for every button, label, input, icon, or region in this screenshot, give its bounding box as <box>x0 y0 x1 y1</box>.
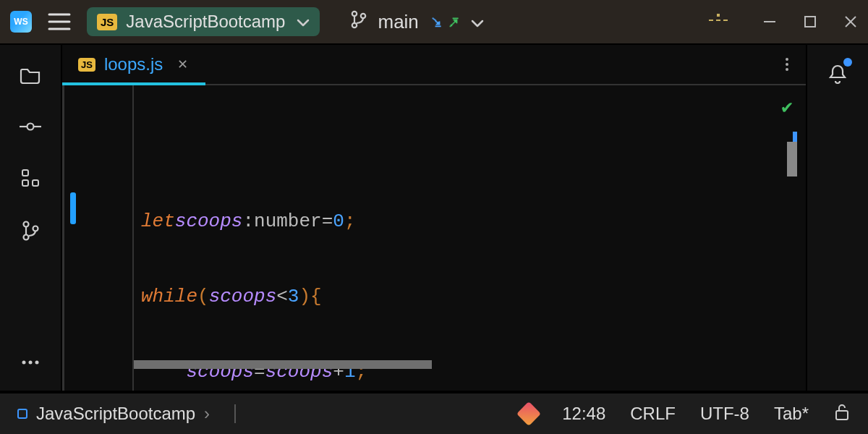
ai-assistant-icon[interactable] <box>516 401 541 426</box>
status-bar: JavaScriptBootcamp › 12:48 CRLF UTF-8 Ta… <box>0 392 868 434</box>
close-button[interactable] <box>843 15 858 28</box>
svg-point-21 <box>35 361 39 365</box>
js-badge-icon: JS <box>97 14 117 30</box>
svg-point-18 <box>33 226 38 231</box>
notification-badge <box>843 58 852 67</box>
cursor-position[interactable]: 12:48 <box>562 404 605 424</box>
line-separator[interactable]: CRLF <box>630 404 676 424</box>
code-line: while (scoops < 3) { <box>141 281 799 312</box>
svg-point-10 <box>27 124 34 130</box>
minimize-button[interactable] <box>762 15 777 28</box>
readonly-toggle-icon[interactable] <box>833 402 851 425</box>
svg-point-4 <box>352 22 357 27</box>
project-tool-icon[interactable] <box>20 64 41 85</box>
code-with-me-icon[interactable] <box>705 12 736 32</box>
svg-rect-7 <box>805 17 815 27</box>
line-highlight-indicator <box>70 192 76 224</box>
indent-settings[interactable]: Tab* <box>774 404 809 424</box>
titlebar: JS JavaScriptBootcamp main ⭸ ⭷ <box>0 0 868 43</box>
svg-point-17 <box>24 235 29 240</box>
chevron-down-icon[interactable] <box>471 11 484 33</box>
main-menu-button[interactable] <box>48 12 71 31</box>
commit-tool-icon[interactable] <box>20 116 41 137</box>
code-text-area[interactable]: ✔ let scoops :number= 0; while (scoops <… <box>134 85 806 391</box>
editor-tab-bar: JS loops.js ✕ <box>62 45 806 85</box>
code-viewport: ✔ let scoops :number= 0; while (scoops <… <box>62 85 806 391</box>
tab-options-button[interactable] <box>768 58 806 71</box>
editor-tab[interactable]: JS loops.js ✕ <box>62 45 204 84</box>
window-controls <box>705 12 858 32</box>
project-selector[interactable]: JS JavaScriptBootcamp <box>87 7 320 36</box>
svg-point-16 <box>24 222 29 227</box>
update-project-icon[interactable]: ⭸ ⭷ <box>429 14 461 30</box>
notifications-icon[interactable] <box>827 64 848 85</box>
svg-rect-13 <box>22 170 28 176</box>
svg-point-19 <box>22 361 26 365</box>
main-area: JS loops.js ✕ ✔ let scoops :number= 0; w… <box>0 43 868 392</box>
svg-rect-15 <box>33 180 38 186</box>
status-divider <box>234 404 236 423</box>
branch-icon <box>350 10 367 34</box>
scope-name: JavaScriptBootcamp <box>36 404 195 424</box>
editor-gutter[interactable] <box>64 85 134 391</box>
close-tab-icon[interactable]: ✕ <box>177 56 188 72</box>
structure-tool-icon[interactable] <box>20 168 41 190</box>
scope-selector[interactable]: JavaScriptBootcamp › <box>17 404 210 424</box>
module-icon <box>17 409 27 419</box>
code-line: let scoops :number= 0; <box>141 205 799 237</box>
more-tools-icon[interactable] <box>20 352 41 373</box>
tab-filename: loops.js <box>104 54 163 75</box>
breadcrumb-separator-icon: › <box>204 404 210 424</box>
scrollbar-markers[interactable] <box>784 132 797 190</box>
no-problems-icon[interactable]: ✔ <box>781 95 793 119</box>
svg-rect-14 <box>22 180 28 186</box>
svg-point-3 <box>352 11 357 15</box>
incoming-arrow-icon: ⭸ <box>429 14 443 30</box>
svg-point-5 <box>361 13 365 17</box>
vcs-tool-icon[interactable] <box>20 220 41 242</box>
js-file-icon: JS <box>78 58 95 72</box>
branch-name: main <box>378 11 418 33</box>
git-branch-widget[interactable]: main ⭸ ⭷ <box>350 10 483 34</box>
chevron-down-icon <box>297 12 310 32</box>
file-encoding[interactable]: UTF-8 <box>700 404 749 424</box>
outgoing-arrow-icon: ⭷ <box>446 14 461 30</box>
svg-rect-22 <box>836 411 848 420</box>
left-tool-strip <box>0 45 62 391</box>
maximize-button[interactable] <box>803 15 817 28</box>
project-name: JavaScriptBootcamp <box>126 12 285 32</box>
svg-point-20 <box>29 361 33 365</box>
horizontal-scrollbar-thumb[interactable] <box>134 360 432 369</box>
vertical-scrollbar-thumb[interactable] <box>787 142 797 176</box>
editor: JS loops.js ✕ ✔ let scoops :number= 0; w… <box>62 45 806 391</box>
right-tool-strip <box>806 45 868 391</box>
app-logo <box>10 11 32 33</box>
